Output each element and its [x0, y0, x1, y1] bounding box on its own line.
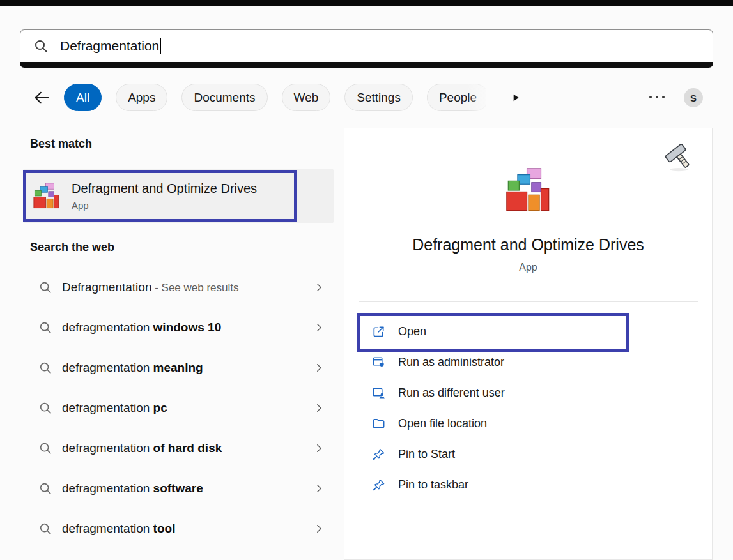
action-run-as-different-user[interactable]: Run as different user [344, 377, 712, 408]
tabs-scroll-right-button[interactable] [508, 89, 523, 106]
action-open[interactable]: Open [344, 316, 712, 347]
search-icon [38, 361, 52, 375]
suggestion-text: defragmentation windows 10 [62, 321, 221, 335]
suggestion-text: defragmentation of hard disk [62, 441, 222, 455]
action-label: Run as different user [398, 386, 505, 400]
chevron-right-icon[interactable] [313, 402, 325, 414]
chevron-right-icon[interactable] [313, 443, 325, 454]
search-icon [33, 38, 49, 54]
defrag-app-icon [32, 181, 61, 211]
app-title: Defragment and Optimize Drives [344, 236, 712, 254]
app-actions-list: Open Run as administrator Run as differe… [344, 316, 712, 500]
action-label: Pin to Start [398, 448, 455, 461]
search-icon [38, 481, 52, 496]
suggestion-text: Defragmentation - See web results [62, 280, 239, 294]
app-detail-panel: Defragment and Optimize Drives App Open … [344, 128, 713, 560]
tabs-fade-overlay [467, 84, 502, 112]
search-icon [38, 280, 52, 294]
web-suggestion-row[interactable]: defragmentation pc [23, 388, 334, 428]
pin-icon [371, 447, 386, 462]
defrag-app-icon [504, 165, 553, 215]
chevron-right-icon[interactable] [313, 483, 325, 494]
search-web-heading: Search the web [30, 241, 114, 254]
run-as-user-icon [371, 386, 386, 400]
open-external-icon [371, 324, 386, 339]
action-pin-to-taskbar[interactable]: Pin to taskbar [344, 469, 712, 500]
search-query-text: Defragmentation [60, 38, 159, 54]
search-icon [38, 441, 52, 455]
top-window-edge [0, 0, 733, 6]
tab-all[interactable]: All [64, 84, 102, 111]
see-web-results-suffix: - See web results [151, 282, 238, 294]
panel-divider [359, 301, 698, 302]
web-suggestions-list: Defragmentation - See web results defrag… [23, 267, 334, 549]
chevron-right-icon[interactable] [313, 523, 325, 534]
tab-settings[interactable]: Settings [344, 84, 413, 111]
search-icon [38, 401, 52, 415]
action-run-as-administrator[interactable]: Run as administrator [344, 347, 712, 377]
search-icon [38, 321, 52, 335]
action-label: Run as administrator [398, 356, 504, 369]
action-label: Open [398, 325, 426, 338]
action-pin-to-start[interactable]: Pin to Start [344, 439, 712, 469]
folder-icon [371, 416, 386, 431]
web-suggestion-row[interactable]: defragmentation meaning [23, 347, 334, 388]
chevron-right-icon[interactable] [313, 282, 325, 293]
best-match-result[interactable]: Defragment and Optimize Drives App [23, 169, 334, 223]
best-match-subtitle: App [72, 200, 257, 211]
action-label: Open file location [398, 417, 487, 430]
text-cursor [160, 38, 161, 54]
chevron-right-icon[interactable] [313, 322, 325, 333]
action-open-file-location[interactable]: Open file location [344, 408, 712, 439]
web-suggestion-row[interactable]: defragmentation tool [23, 508, 334, 549]
action-label: Pin to taskbar [398, 478, 468, 492]
suggestion-text: defragmentation software [62, 481, 203, 496]
suggestion-text: defragmentation tool [62, 522, 175, 536]
search-focus-underline [20, 62, 713, 68]
back-button[interactable] [32, 88, 52, 107]
tab-web[interactable]: Web [282, 84, 331, 111]
web-suggestion-row[interactable]: Defragmentation - See web results [23, 267, 334, 307]
suggestion-text: defragmentation meaning [62, 361, 203, 375]
web-suggestion-row[interactable]: defragmentation of hard disk [23, 428, 334, 468]
filter-tabs-viewport: All Apps Documents Web Settings People F… [64, 84, 486, 112]
search-icon [38, 522, 52, 536]
pin-icon [371, 478, 386, 492]
more-options-button[interactable] [644, 87, 670, 107]
web-suggestion-row[interactable]: defragmentation windows 10 [23, 307, 334, 347]
run-as-admin-icon [371, 355, 386, 370]
user-avatar[interactable]: S [684, 88, 703, 107]
search-input[interactable]: Defragmentation [20, 29, 713, 62]
filter-tabs: All Apps Documents Web Settings People F… [64, 84, 486, 111]
tab-documents[interactable]: Documents [181, 84, 267, 111]
chevron-right-icon[interactable] [313, 362, 325, 374]
suggestion-text: defragmentation pc [62, 401, 167, 415]
best-match-heading: Best match [30, 137, 92, 151]
app-subtitle: App [344, 262, 712, 273]
web-suggestion-row[interactable]: defragmentation software [23, 468, 334, 508]
tab-apps[interactable]: Apps [116, 84, 167, 111]
best-match-text-block: Defragment and Optimize Drives App [72, 181, 257, 211]
best-match-title: Defragment and Optimize Drives [72, 181, 257, 196]
hammer-cursor-icon [662, 140, 695, 173]
